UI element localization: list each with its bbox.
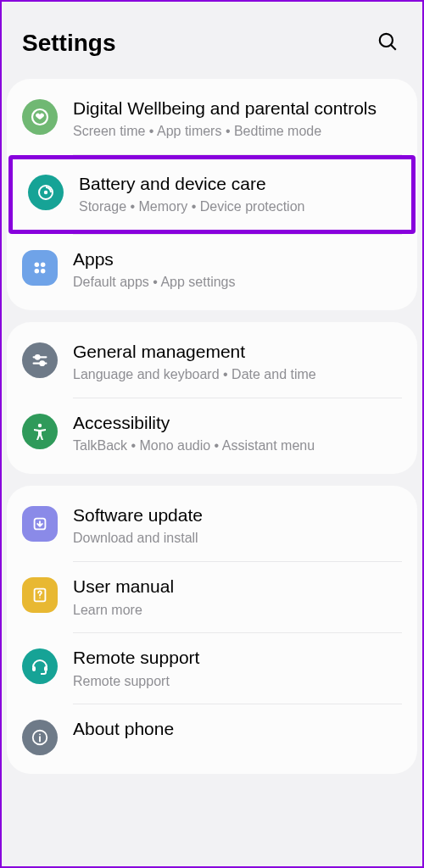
svg-line-1 bbox=[391, 45, 396, 50]
item-accessibility[interactable]: Accessibility TalkBack • Mono audio • As… bbox=[7, 398, 417, 469]
about-phone-icon bbox=[22, 720, 58, 755]
svg-point-0 bbox=[380, 34, 393, 47]
settings-group: General management Language and keyboard… bbox=[7, 322, 417, 474]
item-title: Software update bbox=[73, 504, 402, 526]
item-subtitle: Download and install bbox=[73, 530, 402, 548]
settings-group: Digital Wellbeing and parental controls … bbox=[7, 79, 417, 310]
settings-header: Settings bbox=[7, 7, 417, 79]
item-title: User manual bbox=[73, 576, 402, 598]
item-subtitle: Default apps • App settings bbox=[73, 274, 402, 292]
svg-point-4 bbox=[44, 191, 47, 194]
item-user-manual[interactable]: User manual Learn more bbox=[7, 562, 417, 632]
item-digital-wellbeing[interactable]: Digital Wellbeing and parental controls … bbox=[7, 84, 417, 154]
svg-point-13 bbox=[38, 424, 42, 427]
item-remote-support[interactable]: Remote support Remote support bbox=[7, 633, 417, 704]
accessibility-icon bbox=[22, 414, 58, 449]
search-icon bbox=[377, 31, 399, 53]
page-title: Settings bbox=[22, 30, 115, 57]
svg-point-8 bbox=[41, 269, 45, 274]
item-subtitle: TalkBack • Mono audio • Assistant menu bbox=[73, 437, 402, 455]
item-title: Accessibility bbox=[73, 412, 402, 434]
search-button[interactable] bbox=[373, 27, 402, 58]
item-subtitle: Language and keyboard • Date and time bbox=[73, 366, 402, 384]
item-subtitle: Storage • Memory • Device protection bbox=[79, 198, 396, 216]
item-title: About phone bbox=[73, 718, 402, 740]
item-battery-device-care[interactable]: Battery and device care Storage • Memory… bbox=[8, 155, 416, 234]
svg-point-16 bbox=[39, 598, 40, 598]
svg-point-12 bbox=[40, 362, 44, 366]
item-apps[interactable]: Apps Default apps • App settings bbox=[7, 235, 417, 305]
item-title: Digital Wellbeing and parental controls bbox=[73, 97, 402, 120]
wellbeing-icon bbox=[22, 99, 58, 135]
item-general-management[interactable]: General management Language and keyboard… bbox=[7, 327, 417, 398]
item-title: Apps bbox=[73, 248, 402, 270]
svg-point-7 bbox=[35, 269, 40, 274]
svg-rect-17 bbox=[32, 666, 36, 671]
apps-icon bbox=[22, 250, 58, 286]
svg-point-5 bbox=[35, 263, 40, 268]
settings-group: Software update Download and install Use… bbox=[7, 486, 417, 774]
item-subtitle: Learn more bbox=[73, 602, 402, 620]
item-title: Battery and device care bbox=[79, 173, 396, 195]
item-title: Remote support bbox=[73, 647, 402, 669]
svg-point-11 bbox=[36, 355, 40, 359]
item-subtitle: Remote support bbox=[73, 673, 402, 691]
item-about-phone[interactable]: About phone bbox=[7, 704, 417, 769]
item-title: General management bbox=[73, 341, 402, 363]
software-update-icon bbox=[22, 506, 58, 542]
svg-point-6 bbox=[41, 263, 45, 268]
user-manual-icon bbox=[22, 577, 58, 613]
svg-rect-18 bbox=[44, 666, 47, 671]
svg-point-20 bbox=[39, 734, 41, 736]
remote-support-icon bbox=[22, 648, 58, 684]
general-management-icon bbox=[22, 342, 58, 378]
item-software-update[interactable]: Software update Download and install bbox=[7, 491, 417, 561]
item-subtitle: Screen time • App timers • Bedtime mode bbox=[73, 123, 402, 141]
device-care-icon bbox=[28, 175, 64, 210]
